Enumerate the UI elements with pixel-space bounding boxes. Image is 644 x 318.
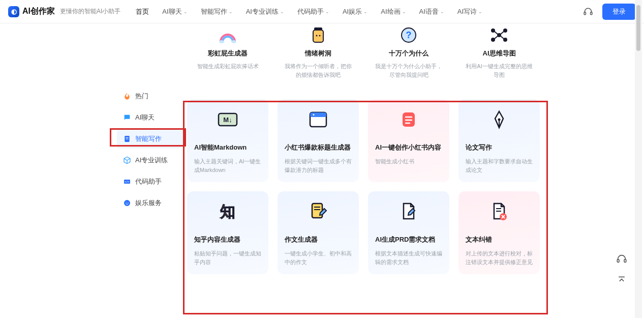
nav-item-6[interactable]: AI绘画⌄: [381, 7, 406, 16]
vertical-scrollbar[interactable]: [635, 0, 642, 318]
tool-card-6[interactable]: AI生成PRD需求文档根据文本描述生成可快速编辑的需求文档: [368, 191, 449, 274]
card-desc: 智能生成彩虹屁吹捧话术: [192, 62, 263, 71]
sidebar-item-5[interactable]: 娱乐服务: [117, 193, 183, 213]
pen-icon: [466, 108, 533, 131]
svg-line-26: [501, 36, 504, 39]
login-button[interactable]: 登录: [602, 4, 636, 20]
sidebar-item-2[interactable]: 智能写作: [117, 129, 183, 149]
svg-text:M↓: M↓: [223, 116, 232, 124]
tool-card-4[interactable]: 知知乎内容生成器粘贴知乎问题，一键生成知乎内容: [187, 191, 268, 274]
top-card-3[interactable]: AI思维导图利用AI一键生成完整的思维导图: [458, 23, 540, 89]
float-buttons: [615, 252, 629, 287]
tool-card-3[interactable]: 论文写作输入主题和字数要求自动生成论文: [458, 99, 540, 182]
scrollbar-thumb[interactable]: [636, 5, 640, 51]
svg-rect-39: [312, 204, 322, 218]
nav-item-label: AI语音: [419, 7, 439, 16]
svg-point-9: [128, 202, 128, 203]
nav-item-label: AI写诗: [457, 7, 477, 16]
sidebar-item-0[interactable]: 热门: [117, 86, 183, 106]
tool-card-7[interactable]: 文本纠错对上传的文本进行校对，标注错误文本并提供修正意见: [458, 191, 540, 274]
nav-item-3[interactable]: AI专业训练⌄: [246, 7, 284, 16]
sidebar-item-label: 娱乐服务: [135, 198, 162, 208]
nav-item-8[interactable]: AI写诗⌄: [457, 7, 482, 16]
sidebar-item-1[interactable]: AI聊天: [117, 108, 183, 127]
tool-card-2[interactable]: AI一键创作小红书内容智能生成小红书: [368, 99, 449, 182]
jar-icon: [283, 26, 354, 44]
svg-rect-30: [310, 112, 326, 117]
card-title: 文本纠错: [466, 235, 533, 244]
svg-rect-1: [591, 12, 592, 14]
tool-card-1[interactable]: 小红书爆款标题生成器根据关键词一键生成多个有爆款潜力的标题: [278, 99, 359, 182]
card-title: AI思维导图: [464, 49, 535, 58]
card-title: 作文生成器: [285, 235, 352, 244]
sidebar-item-label: 智能写作: [135, 134, 162, 143]
svg-text:知: 知: [220, 203, 235, 220]
card-desc: 一键生成小学生、初中和高中的作文: [285, 249, 352, 266]
nav-item-label: AI聊天: [162, 7, 181, 16]
tool-card-0[interactable]: M↓AI智能Markdown输入主题关键词，AI一键生成Markdown: [187, 99, 268, 182]
svg-point-8: [126, 202, 126, 203]
card-title: AI生成PRD需求文档: [375, 235, 442, 244]
filepen-icon: [375, 200, 442, 223]
top-card-2[interactable]: ?十万个为什么我是十万个为什么小助手，尽管向我提问吧: [368, 23, 449, 89]
svg-point-36: [498, 119, 501, 121]
card-desc: 我是十万个为什么小助手，尽管向我提问吧: [373, 62, 444, 79]
card-desc: 输入主题关键词，AI一键生成Markdown: [194, 157, 261, 174]
sidebar-item-4[interactable]: </>代码助手: [117, 172, 183, 191]
nav-item-5[interactable]: AI娱乐⌄: [343, 7, 367, 16]
card-desc: 根据关键词一键生成多个有爆款潜力的标题: [285, 157, 352, 174]
card-title: 十万个为什么: [373, 49, 444, 58]
tool-card-5[interactable]: 作文生成器一键生成小学生、初中和高中的作文: [278, 191, 359, 274]
doc-icon: [123, 135, 131, 143]
svg-point-10: [219, 40, 224, 43]
svg-point-14: [316, 35, 318, 37]
svg-text:?: ?: [406, 30, 412, 40]
nav-item-1[interactable]: AI聊天⌄: [162, 7, 187, 16]
card-title: AI智能Markdown: [194, 143, 261, 152]
sidebar-item-label: 热门: [135, 92, 148, 101]
support-icon[interactable]: [583, 7, 593, 17]
card-title: 小红书爆款标题生成器: [285, 143, 352, 152]
code-icon: </>: [123, 178, 131, 186]
card-desc: 根据文本描述生成可快速编辑的需求文档: [375, 249, 442, 266]
card-desc: 利用AI一键生成完整的思维导图: [464, 62, 535, 79]
top-nav: 首页AI聊天⌄智能写作⌄AI专业训练⌄代码助手⌄AI娱乐⌄AI绘画⌄AI语音⌄A…: [136, 7, 583, 16]
logo-icon: ◐: [8, 6, 19, 17]
sidebar-item-3[interactable]: AI专业训练: [117, 151, 183, 170]
svg-point-11: [231, 40, 236, 43]
chat-icon: [123, 113, 131, 122]
card-title: 论文写作: [466, 143, 533, 152]
card-desc: 对上传的文本进行校对，标注错误文本并提供修正意见: [466, 249, 533, 266]
svg-point-7: [124, 200, 130, 206]
window-icon: [285, 108, 352, 131]
chevron-down-icon: ⌄: [280, 9, 284, 14]
tool-grid: M↓AI智能Markdown输入主题关键词，AI一键生成Markdown小红书爆…: [187, 99, 543, 274]
header: ◐ AI创作家 更懂你的智能AI小助手 首页AI聊天⌄智能写作⌄AI专业训练⌄代…: [0, 0, 644, 23]
nav-item-4[interactable]: 代码助手⌄: [297, 7, 329, 16]
top-card-0[interactable]: 彩虹屁生成器智能生成彩虹屁吹捧话术: [187, 23, 268, 89]
svg-line-25: [495, 36, 498, 39]
nav-item-2[interactable]: 智能写作⌄: [201, 7, 233, 16]
support-float-icon[interactable]: [615, 252, 629, 266]
sidebar: 热门AI聊天智能写作AI专业训练</>代码助手娱乐服务: [117, 86, 183, 215]
card-desc: 输入主题和字数要求自动生成论文: [466, 157, 533, 174]
nav-item-0[interactable]: 首页: [136, 7, 149, 16]
nav-item-7[interactable]: AI语音⌄: [419, 7, 444, 16]
nav-item-label: 智能写作: [201, 7, 227, 16]
sidebar-item-label: AI专业训练: [135, 156, 168, 165]
card-title: 情绪树洞: [283, 49, 354, 58]
docpen-icon: [285, 200, 352, 223]
svg-point-15: [319, 35, 321, 37]
back-to-top-icon[interactable]: [615, 273, 629, 287]
mindmap-icon: [464, 26, 535, 44]
logo[interactable]: ◐ AI创作家: [8, 6, 55, 17]
nav-item-label: 代码助手: [297, 7, 324, 16]
smile-icon: [123, 199, 131, 207]
top-card-1[interactable]: 情绪树洞我将作为一个倾听者，把你的烦恼都告诉我吧: [278, 23, 359, 89]
nav-item-label: AI专业训练: [246, 7, 279, 16]
sidebar-item-label: AI聊天: [135, 113, 155, 122]
card-desc: 我将作为一个倾听者，把你的烦恼都告诉我吧: [283, 62, 354, 79]
content: 彩虹屁生成器智能生成彩虹屁吹捧话术情绪树洞我将作为一个倾听者，把你的烦恼都告诉我…: [187, 23, 543, 274]
chevron-down-icon: ⌄: [325, 9, 329, 14]
logo-text: AI创作家: [22, 6, 55, 17]
